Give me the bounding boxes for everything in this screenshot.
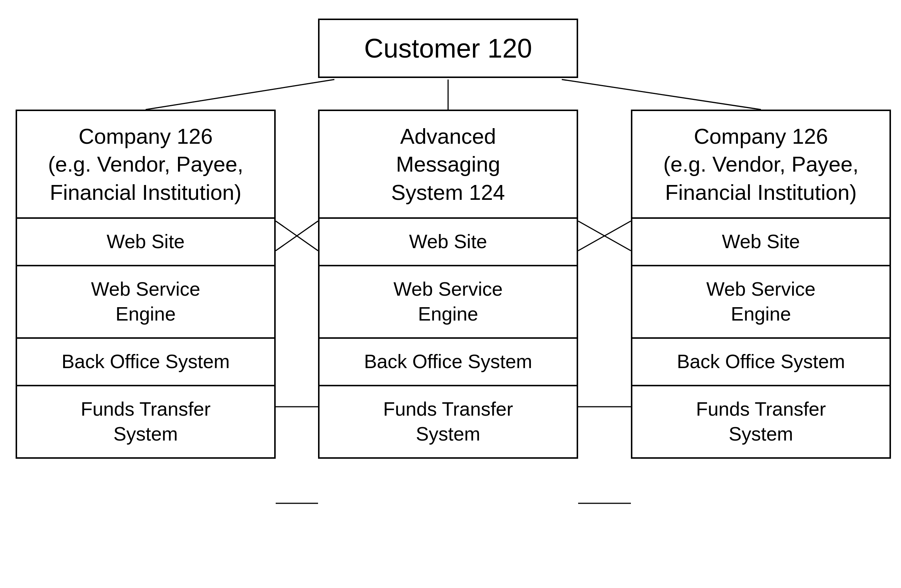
right-funds-transfer-label: Funds TransferSystem	[696, 397, 826, 447]
left-web-site-label: Web Site	[107, 229, 185, 254]
center-web-service-label: Web ServiceEngine	[393, 277, 503, 327]
right-column-box: Company 126(e.g. Vendor, Payee,Financial…	[631, 110, 891, 459]
left-web-service-label: Web ServiceEngine	[91, 277, 200, 327]
left-col-header-text: Company 126(e.g. Vendor, Payee,Financial…	[48, 122, 243, 206]
customer-label: Customer 120	[364, 33, 532, 64]
left-web-service-row: Web ServiceEngine	[17, 266, 274, 339]
center-column-box: AdvancedMessagingSystem 124 Web Site Web…	[318, 110, 578, 459]
left-col-header: Company 126(e.g. Vendor, Payee,Financial…	[17, 111, 274, 219]
right-col-header: Company 126(e.g. Vendor, Payee,Financial…	[632, 111, 890, 219]
svg-line-2	[562, 79, 761, 110]
center-back-office-row: Back Office System	[320, 339, 577, 386]
customer-box: Customer 120	[318, 19, 578, 78]
svg-line-4	[276, 221, 318, 251]
center-web-service-row: Web ServiceEngine	[320, 266, 577, 339]
left-back-office-row: Back Office System	[17, 339, 274, 386]
right-web-site-label: Web Site	[722, 229, 800, 254]
center-col-header-text: AdvancedMessagingSystem 124	[391, 122, 505, 206]
center-col-header: AdvancedMessagingSystem 124	[320, 111, 577, 219]
left-funds-transfer-row: Funds TransferSystem	[17, 386, 274, 457]
left-column-box: Company 126(e.g. Vendor, Payee,Financial…	[16, 110, 276, 459]
center-back-office-label: Back Office System	[364, 349, 532, 375]
svg-line-5	[578, 221, 631, 251]
center-funds-transfer-row: Funds TransferSystem	[320, 386, 577, 457]
diagram-container: Customer 120 Company 126(e.g. Vendor, Pa…	[0, 0, 901, 588]
right-back-office-label: Back Office System	[677, 349, 845, 375]
right-back-office-row: Back Office System	[632, 339, 890, 386]
svg-line-6	[578, 221, 631, 251]
left-back-office-label: Back Office System	[62, 349, 230, 375]
center-web-site-row: Web Site	[320, 219, 577, 266]
right-web-service-label: Web ServiceEngine	[706, 277, 815, 327]
right-web-service-row: Web ServiceEngine	[632, 266, 890, 339]
svg-line-1	[146, 79, 334, 110]
right-col-header-text: Company 126(e.g. Vendor, Payee,Financial…	[663, 122, 859, 206]
right-funds-transfer-row: Funds TransferSystem	[632, 386, 890, 457]
left-funds-transfer-label: Funds TransferSystem	[81, 397, 210, 447]
right-web-site-row: Web Site	[632, 219, 890, 266]
center-funds-transfer-label: Funds TransferSystem	[383, 397, 513, 447]
svg-line-3	[276, 221, 318, 251]
center-web-site-label: Web Site	[409, 229, 487, 254]
left-web-site-row: Web Site	[17, 219, 274, 266]
